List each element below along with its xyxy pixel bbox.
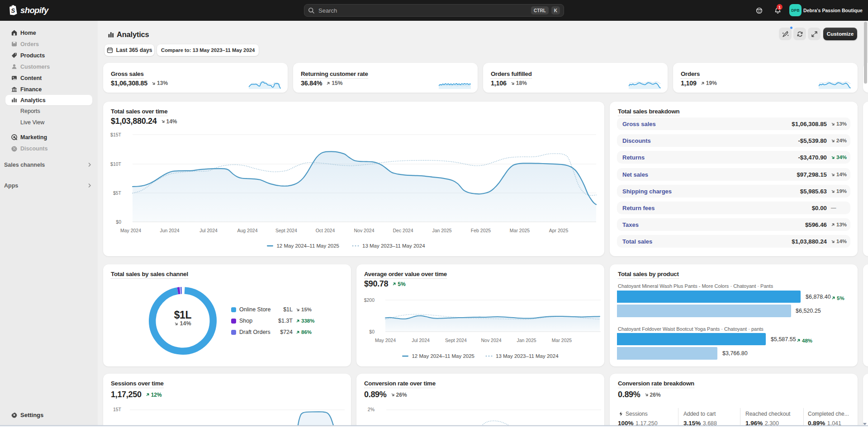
svg-text:S: S [11,7,15,14]
